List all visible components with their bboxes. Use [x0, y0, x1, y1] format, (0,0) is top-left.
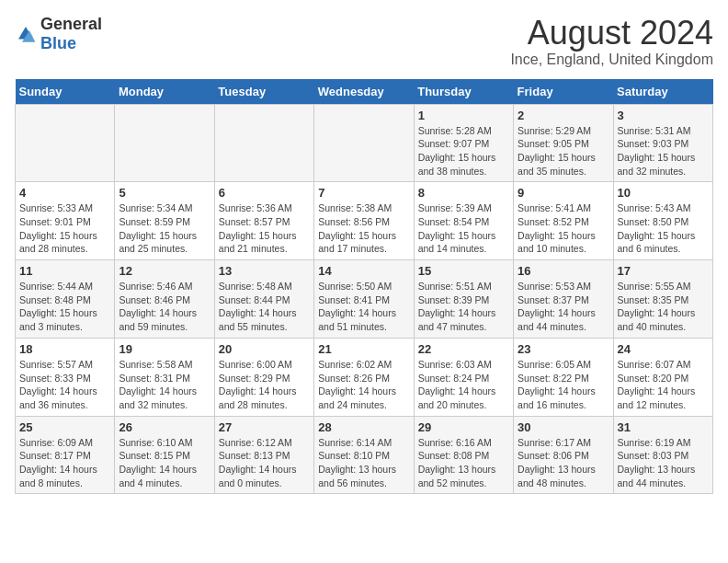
day-cell: 11Sunrise: 5:44 AMSunset: 8:48 PMDayligh… — [16, 260, 115, 339]
day-cell — [115, 104, 214, 182]
day-cell: 25Sunrise: 6:09 AMSunset: 8:17 PMDayligh… — [16, 416, 115, 494]
day-number: 8 — [418, 186, 509, 200]
subtitle: Ince, England, United Kingdom — [510, 52, 713, 68]
day-cell: 1Sunrise: 5:28 AMSunset: 9:07 PMDaylight… — [414, 104, 513, 182]
day-info: Sunrise: 5:41 AMSunset: 8:52 PMDaylight:… — [518, 201, 609, 256]
main-title: August 2024 — [510, 15, 713, 52]
calendar-header: SundayMondayTuesdayWednesdayThursdayFrid… — [16, 79, 713, 105]
header-day-tuesday: Tuesday — [214, 79, 313, 105]
day-info: Sunrise: 5:34 AMSunset: 8:59 PMDaylight:… — [119, 201, 210, 256]
day-cell: 9Sunrise: 5:41 AMSunset: 8:52 PMDaylight… — [514, 182, 613, 260]
day-number: 14 — [318, 264, 409, 278]
day-cell: 7Sunrise: 5:38 AMSunset: 8:56 PMDaylight… — [314, 182, 414, 260]
day-number: 21 — [318, 342, 409, 356]
day-number: 12 — [119, 264, 210, 278]
day-cell: 14Sunrise: 5:50 AMSunset: 8:41 PMDayligh… — [314, 260, 414, 339]
day-info: Sunrise: 5:38 AMSunset: 8:56 PMDaylight:… — [318, 201, 409, 256]
day-number: 29 — [418, 420, 509, 434]
day-number: 16 — [518, 264, 609, 278]
day-info: Sunrise: 5:53 AMSunset: 8:37 PMDaylight:… — [518, 280, 609, 334]
day-cell: 28Sunrise: 6:14 AMSunset: 8:10 PMDayligh… — [314, 416, 414, 494]
day-number: 24 — [618, 342, 709, 356]
day-info: Sunrise: 5:28 AMSunset: 9:07 PMDaylight:… — [418, 124, 509, 178]
day-cell: 8Sunrise: 5:39 AMSunset: 8:54 PMDaylight… — [414, 182, 513, 260]
day-cell: 29Sunrise: 6:16 AMSunset: 8:08 PMDayligh… — [414, 416, 513, 494]
calendar-body: 1Sunrise: 5:28 AMSunset: 9:07 PMDaylight… — [16, 104, 713, 494]
day-cell — [214, 104, 313, 182]
day-info: Sunrise: 5:48 AMSunset: 8:44 PMDaylight:… — [219, 280, 310, 334]
day-cell: 15Sunrise: 5:51 AMSunset: 8:39 PMDayligh… — [414, 260, 513, 339]
title-area: August 2024 Ince, England, United Kingdo… — [510, 15, 713, 68]
day-info: Sunrise: 6:14 AMSunset: 8:10 PMDaylight:… — [318, 436, 409, 490]
day-cell: 27Sunrise: 6:12 AMSunset: 8:13 PMDayligh… — [214, 416, 313, 494]
day-number: 10 — [618, 186, 709, 200]
day-number: 13 — [219, 264, 310, 278]
day-cell: 20Sunrise: 6:00 AMSunset: 8:29 PMDayligh… — [214, 338, 313, 416]
day-number: 19 — [119, 342, 210, 356]
day-info: Sunrise: 5:33 AMSunset: 9:01 PMDaylight:… — [19, 201, 110, 256]
logo-icon — [15, 23, 37, 45]
day-cell: 6Sunrise: 5:36 AMSunset: 8:57 PMDaylight… — [214, 182, 313, 260]
logo-blue-text: Blue — [40, 34, 76, 52]
day-number: 6 — [219, 186, 310, 200]
day-cell: 26Sunrise: 6:10 AMSunset: 8:15 PMDayligh… — [115, 416, 214, 494]
day-cell: 23Sunrise: 6:05 AMSunset: 8:22 PMDayligh… — [514, 338, 613, 416]
day-number: 25 — [19, 420, 110, 434]
day-info: Sunrise: 5:29 AMSunset: 9:05 PMDaylight:… — [518, 124, 609, 178]
day-number: 22 — [418, 342, 509, 356]
calendar-table: SundayMondayTuesdayWednesdayThursdayFrid… — [15, 79, 713, 495]
day-number: 30 — [518, 420, 609, 434]
day-number: 20 — [219, 342, 310, 356]
day-info: Sunrise: 5:51 AMSunset: 8:39 PMDaylight:… — [418, 280, 509, 334]
day-info: Sunrise: 5:58 AMSunset: 8:31 PMDaylight:… — [119, 358, 210, 412]
day-number: 18 — [19, 342, 110, 356]
day-number: 3 — [618, 109, 709, 122]
logo: General Blue — [15, 15, 102, 53]
day-info: Sunrise: 6:02 AMSunset: 8:26 PMDaylight:… — [318, 358, 409, 412]
week-row-2: 4Sunrise: 5:33 AMSunset: 9:01 PMDaylight… — [16, 182, 713, 260]
week-row-4: 18Sunrise: 5:57 AMSunset: 8:33 PMDayligh… — [16, 338, 713, 416]
day-cell: 21Sunrise: 6:02 AMSunset: 8:26 PMDayligh… — [314, 338, 414, 416]
day-info: Sunrise: 5:57 AMSunset: 8:33 PMDaylight:… — [19, 358, 110, 412]
day-info: Sunrise: 6:19 AMSunset: 8:03 PMDaylight:… — [618, 436, 709, 490]
day-number: 5 — [119, 186, 210, 200]
day-cell: 31Sunrise: 6:19 AMSunset: 8:03 PMDayligh… — [613, 416, 712, 494]
header-row: SundayMondayTuesdayWednesdayThursdayFrid… — [16, 79, 713, 105]
header-day-thursday: Thursday — [414, 79, 513, 105]
day-info: Sunrise: 5:43 AMSunset: 8:50 PMDaylight:… — [618, 201, 709, 256]
day-number: 28 — [318, 420, 409, 434]
day-info: Sunrise: 6:03 AMSunset: 8:24 PMDaylight:… — [418, 358, 509, 412]
day-info: Sunrise: 5:55 AMSunset: 8:35 PMDaylight:… — [618, 280, 709, 334]
day-info: Sunrise: 6:05 AMSunset: 8:22 PMDaylight:… — [518, 358, 609, 412]
week-row-3: 11Sunrise: 5:44 AMSunset: 8:48 PMDayligh… — [16, 260, 713, 339]
header-day-saturday: Saturday — [613, 79, 712, 105]
day-info: Sunrise: 6:10 AMSunset: 8:15 PMDaylight:… — [119, 436, 210, 490]
day-number: 4 — [19, 186, 110, 200]
day-number: 15 — [418, 264, 509, 278]
day-cell: 19Sunrise: 5:58 AMSunset: 8:31 PMDayligh… — [115, 338, 214, 416]
day-info: Sunrise: 5:44 AMSunset: 8:48 PMDaylight:… — [19, 280, 110, 334]
day-number: 7 — [318, 186, 409, 200]
day-number: 1 — [418, 109, 509, 122]
day-info: Sunrise: 6:12 AMSunset: 8:13 PMDaylight:… — [219, 436, 310, 490]
header-day-monday: Monday — [115, 79, 214, 105]
day-cell: 30Sunrise: 6:17 AMSunset: 8:06 PMDayligh… — [514, 416, 613, 494]
logo-general-text: General — [40, 15, 102, 33]
week-row-5: 25Sunrise: 6:09 AMSunset: 8:17 PMDayligh… — [16, 416, 713, 494]
header-day-sunday: Sunday — [16, 79, 115, 105]
day-info: Sunrise: 6:07 AMSunset: 8:20 PMDaylight:… — [618, 358, 709, 412]
day-info: Sunrise: 5:39 AMSunset: 8:54 PMDaylight:… — [418, 201, 509, 256]
day-cell: 10Sunrise: 5:43 AMSunset: 8:50 PMDayligh… — [613, 182, 712, 260]
day-cell: 4Sunrise: 5:33 AMSunset: 9:01 PMDaylight… — [16, 182, 115, 260]
day-number: 11 — [19, 264, 110, 278]
day-info: Sunrise: 5:50 AMSunset: 8:41 PMDaylight:… — [318, 280, 409, 334]
day-cell — [16, 104, 115, 182]
day-cell: 13Sunrise: 5:48 AMSunset: 8:44 PMDayligh… — [214, 260, 313, 339]
day-cell: 22Sunrise: 6:03 AMSunset: 8:24 PMDayligh… — [414, 338, 513, 416]
day-number: 2 — [518, 109, 609, 122]
day-cell: 3Sunrise: 5:31 AMSunset: 9:03 PMDaylight… — [613, 104, 712, 182]
day-number: 26 — [119, 420, 210, 434]
day-cell: 24Sunrise: 6:07 AMSunset: 8:20 PMDayligh… — [613, 338, 712, 416]
page-header: General Blue August 2024 Ince, England, … — [15, 15, 713, 68]
day-number: 27 — [219, 420, 310, 434]
